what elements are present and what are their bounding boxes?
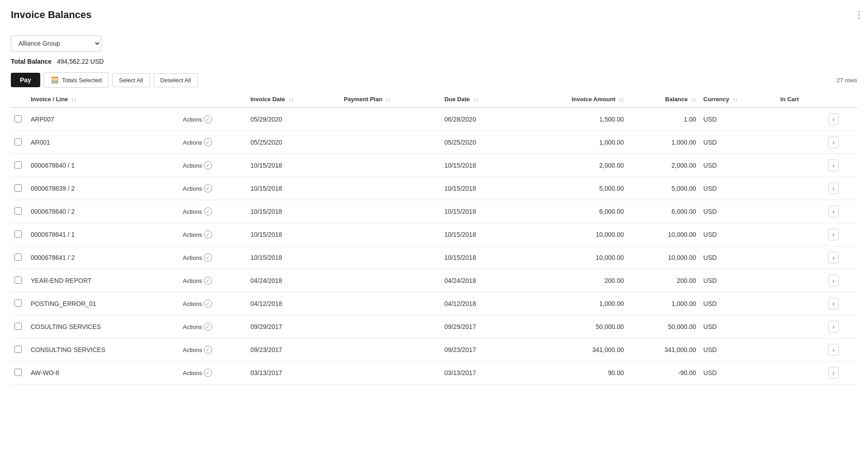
pay-button[interactable]: Pay	[11, 73, 40, 87]
actions-check-icon: ✓	[204, 161, 212, 169]
row-detail-button[interactable]: ›	[828, 206, 839, 217]
cell-in-cart	[777, 246, 825, 269]
row-detail-button[interactable]: ›	[828, 321, 839, 333]
row-checkbox[interactable]	[14, 184, 22, 192]
table-row: 0000678641 / 2Actions ✓10/15/201810/15/2…	[11, 246, 857, 269]
row-detail-button[interactable]: ›	[828, 136, 839, 148]
cell-actions: Actions ✓	[179, 338, 247, 361]
table-wrapper: Invoice / Line ↑↓ Invoice Date ↑↓ Paymen…	[11, 91, 857, 385]
totals-selected-button[interactable]: 🧮 Totals Selected	[44, 72, 108, 88]
actions-check-icon: ✓	[204, 184, 212, 192]
cell-balance: 341,000.00	[627, 338, 700, 361]
row-checkbox[interactable]	[14, 253, 22, 261]
sort-icon-currency[interactable]: ↑↓	[733, 97, 738, 102]
sort-icon-balance[interactable]: ↑↓	[691, 97, 696, 102]
actions-button[interactable]: Actions ✓	[183, 369, 212, 377]
row-checkbox[interactable]	[14, 207, 22, 215]
table-header: Invoice / Line ↑↓ Invoice Date ↑↓ Paymen…	[11, 91, 857, 108]
cell-balance: 1.00	[627, 108, 700, 131]
row-checkbox[interactable]	[14, 300, 22, 307]
cell-payment-plan	[340, 154, 441, 177]
cell-invoice-line: COSULTING SERVICES	[27, 315, 179, 338]
group-dropdown[interactable]: Alliance Group Other Group	[11, 35, 101, 52]
cell-currency: USD	[700, 361, 777, 385]
sort-icon-payment-plan[interactable]: ↑↓	[386, 97, 391, 102]
actions-button[interactable]: Actions ✓	[183, 207, 212, 216]
row-checkbox-cell	[11, 361, 27, 385]
cell-payment-plan	[340, 361, 441, 385]
row-checkbox[interactable]	[14, 323, 22, 330]
cell-payment-plan	[340, 269, 441, 292]
row-detail-button[interactable]: ›	[828, 344, 839, 356]
cell-in-cart	[777, 292, 825, 315]
actions-button[interactable]: Actions ✓	[183, 346, 212, 354]
actions-check-icon: ✓	[204, 230, 212, 239]
actions-button[interactable]: Actions ✓	[183, 323, 212, 331]
cell-invoice-date: 09/23/2017	[247, 338, 340, 361]
row-detail-button[interactable]: ›	[828, 275, 839, 286]
row-detail-button[interactable]: ›	[828, 113, 839, 125]
row-checkbox[interactable]	[14, 346, 22, 353]
actions-button[interactable]: Actions ✓	[183, 277, 212, 285]
actions-button[interactable]: Actions ✓	[183, 161, 212, 169]
row-checkbox[interactable]	[14, 369, 22, 376]
cell-detail: ›	[825, 246, 857, 269]
select-all-button[interactable]: Select All	[112, 73, 150, 87]
actions-button[interactable]: Actions ✓	[183, 230, 212, 239]
row-detail-button[interactable]: ›	[828, 183, 839, 194]
row-checkbox-cell	[11, 131, 27, 154]
cell-in-cart	[777, 154, 825, 177]
cell-actions: Actions ✓	[179, 292, 247, 315]
total-balance-label: Total Balance	[11, 58, 52, 65]
row-checkbox-cell	[11, 200, 27, 223]
deselect-all-button[interactable]: Deselect All	[154, 73, 198, 87]
sort-icon-due-date[interactable]: ↑↓	[473, 97, 478, 102]
row-checkbox[interactable]	[14, 230, 22, 238]
sort-icon-invoice-amount[interactable]: ↑↓	[619, 97, 624, 102]
row-detail-button[interactable]: ›	[828, 367, 839, 379]
table-row: YEAR-END REPORTActions ✓04/24/201804/24/…	[11, 269, 857, 292]
sort-icon-invoice-date[interactable]: ↑↓	[288, 97, 293, 102]
cell-due-date: 04/24/2018	[441, 269, 517, 292]
row-detail-button[interactable]: ›	[828, 229, 839, 240]
cell-invoice-date: 10/15/2018	[247, 246, 340, 269]
cell-detail: ›	[825, 338, 857, 361]
more-options-icon[interactable]: ⋮	[854, 9, 863, 20]
cell-invoice-date: 04/24/2018	[247, 269, 340, 292]
table-row: 0000678639 / 2Actions ✓10/15/201810/15/2…	[11, 177, 857, 200]
row-checkbox-cell	[11, 338, 27, 361]
cell-invoice-line: AW-WO-8	[27, 361, 179, 385]
toolbar-left: Pay 🧮 Totals Selected Select All Deselec…	[11, 72, 198, 88]
col-header-actions	[179, 91, 247, 108]
row-detail-button[interactable]: ›	[828, 252, 839, 263]
row-checkbox-cell	[11, 108, 27, 131]
actions-button[interactable]: Actions ✓	[183, 184, 212, 192]
cell-currency: USD	[700, 200, 777, 223]
cell-due-date: 05/25/2020	[441, 131, 517, 154]
cell-payment-plan	[340, 246, 441, 269]
cell-payment-plan	[340, 315, 441, 338]
row-detail-button[interactable]: ›	[828, 298, 839, 310]
row-checkbox[interactable]	[14, 115, 22, 122]
row-checkbox[interactable]	[14, 138, 22, 146]
actions-button[interactable]: Actions ✓	[183, 253, 212, 262]
cell-detail: ›	[825, 108, 857, 131]
actions-button[interactable]: Actions ✓	[183, 300, 212, 308]
row-detail-button[interactable]: ›	[828, 160, 839, 171]
cell-detail: ›	[825, 292, 857, 315]
total-balance-value: 494,562.22 USD	[57, 58, 104, 65]
col-header-detail	[825, 91, 857, 108]
cell-payment-plan	[340, 292, 441, 315]
cell-currency: USD	[700, 223, 777, 246]
row-checkbox[interactable]	[14, 161, 22, 169]
cell-invoice-amount: 6,000.00	[517, 200, 627, 223]
cell-in-cart	[777, 223, 825, 246]
actions-check-icon: ✓	[204, 115, 212, 123]
invoice-table: Invoice / Line ↑↓ Invoice Date ↑↓ Paymen…	[11, 91, 857, 385]
row-checkbox[interactable]	[14, 277, 22, 284]
actions-button[interactable]: Actions ✓	[183, 115, 212, 123]
cell-invoice-line: 0000678641 / 1	[27, 223, 179, 246]
sort-icon-invoice-line[interactable]: ↑↓	[71, 97, 76, 102]
actions-button[interactable]: Actions ✓	[183, 138, 212, 146]
cell-detail: ›	[825, 315, 857, 338]
